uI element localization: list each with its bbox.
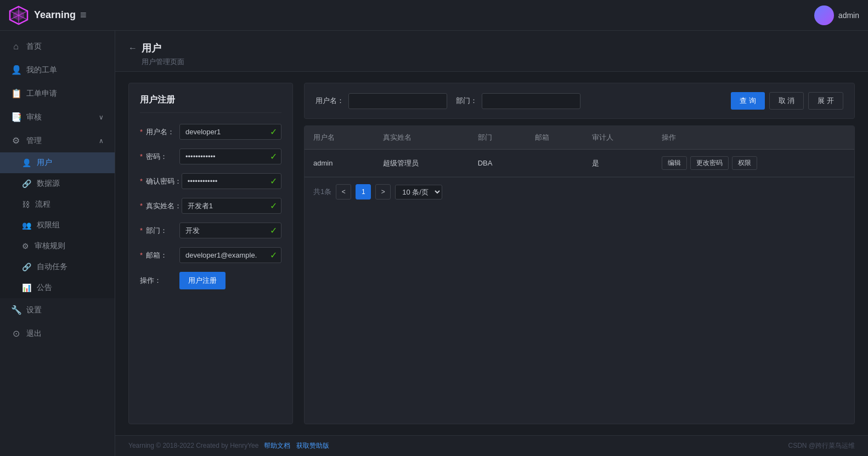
search-username-field: 用户名： [315,93,447,109]
form-input-wrap-department: ✓ [179,223,281,238]
permission-icon: 👥 [22,221,31,230]
sidebar-item-permission[interactable]: 👥 权限组 [0,215,115,236]
audit-rule-icon: ⚙ [22,242,29,250]
sidebar-item-manage[interactable]: ⚙ 管理 ∧ [0,129,115,152]
confirm-password-input[interactable] [182,173,281,189]
sidebar-label-announcement: 公告 [37,283,52,293]
department-input[interactable] [179,223,281,238]
sidebar-label-apply: 工单申请 [26,89,57,99]
home-icon: ⌂ [11,42,21,52]
edit-button[interactable]: 编辑 [662,156,687,170]
username-input[interactable] [179,124,281,140]
prev-page-button[interactable]: < [336,184,351,200]
workorder-icon: 👤 [11,65,21,75]
sidebar-item-audit-rule[interactable]: ⚙ 审核规则 [0,236,115,256]
cell-email [526,150,583,177]
page-title-row: ← 用户 [128,42,855,55]
registration-form-panel: 用户注册 * 用户名： ✓ * 密码： [128,83,293,424]
sidebar-item-audit[interactable]: 📑 审核 ∨ [0,105,115,129]
permission-button[interactable]: 权限 [732,156,757,170]
col-email: 邮箱 [526,126,583,150]
logout-icon: ⊙ [11,328,21,339]
form-label-email: * 邮箱： [140,250,179,260]
page-title: 用户 [142,42,161,55]
email-valid-icon: ✓ [270,250,277,260]
email-input[interactable] [179,247,281,263]
search-panel: 用户名： 部门： 查 询 取 消 展 开 [304,83,855,119]
sidebar-label-audit: 审核 [26,112,42,122]
search-department-field: 部门： [456,93,580,109]
form-input-wrap-email: ✓ [179,247,281,263]
sidebar-label-users: 用户 [37,158,52,168]
page-subtitle: 用户管理页面 [128,57,855,67]
cancel-button[interactable]: 取 消 [769,92,804,110]
search-username-input[interactable] [348,93,447,109]
search-buttons: 查 询 取 消 展 开 [731,92,843,110]
register-button[interactable]: 用户注册 [179,272,226,289]
cell-username: admin [305,150,374,177]
back-button[interactable]: ← [128,43,137,53]
footer-right: CSDN @跨行菜鸟运维 [788,441,855,451]
footer-help-link[interactable]: 帮助文档 [264,442,290,449]
col-realname: 真实姓名 [374,126,469,150]
sidebar-item-home[interactable]: ⌂ 首页 [0,35,115,58]
form-label-realname: * 真实姓名： [140,201,182,211]
sidebar-item-logout[interactable]: ⊙ 退出 [0,322,115,345]
cell-auditor: 是 [583,150,653,177]
page-content: 用户注册 * 用户名： ✓ * 密码： [115,72,868,435]
page-1-button[interactable]: 1 [356,184,371,200]
logo-area: Yearning [9,5,76,25]
table-panel: 用户名 真实姓名 部门 邮箱 审计人 操作 admin 超级管理 [304,126,855,424]
app-logo [9,5,29,25]
workflow-icon: ⛓ [22,200,30,209]
search-department-label: 部门： [456,96,477,106]
audit-arrow-icon: ∨ [99,113,104,121]
password-input[interactable] [179,149,281,164]
sidebar-item-auto-task[interactable]: 🔗 自动任务 [0,256,115,277]
sidebar-item-settings[interactable]: 🔧 设置 [0,298,115,322]
action-buttons: 编辑 更改密码 权限 [662,156,846,170]
form-input-wrap-confirm-password: ✓ [182,173,281,189]
form-field-department: * 部门： ✓ [140,223,281,238]
col-department: 部门 [469,126,527,150]
sidebar-label-logout: 退出 [26,329,42,339]
sidebar-item-users[interactable]: 👤 用户 [0,152,115,173]
sidebar-label-home: 首页 [26,42,42,52]
form-label-confirm-password: * 确认密码： [140,176,182,186]
footer: Yearning © 2018-2022 Created by HenryYee… [115,435,868,456]
pagination: 共1条 < 1 > 10 条/页 20 条/页 50 条/页 [305,177,854,206]
form-field-confirm-password: * 确认密码： ✓ [140,173,281,189]
sidebar-item-datasource[interactable]: 🔗 数据源 [0,173,115,194]
user-name: admin [838,11,859,20]
sidebar-label-workflow: 流程 [35,200,50,209]
settings-icon: 🔧 [11,305,21,315]
top-header: Yearning ≡ admin [0,0,868,31]
expand-button[interactable]: 展 开 [808,92,843,110]
next-page-button[interactable]: > [375,184,391,200]
content-area: ← 用户 用户管理页面 用户注册 * 用户名： ✓ [115,31,868,456]
sidebar-item-workflow[interactable]: ⛓ 流程 [0,194,115,215]
form-label-username: * 用户名： [140,127,179,137]
col-auditor: 审计人 [583,126,653,150]
realname-valid-icon: ✓ [270,201,277,211]
menu-toggle-icon[interactable]: ≡ [76,7,91,24]
form-input-wrap-realname: ✓ [182,198,281,214]
sidebar-item-workorder[interactable]: 👤 我的工单 [0,58,115,82]
sidebar-item-apply[interactable]: 📋 工单申请 [0,82,115,105]
page-size-select[interactable]: 10 条/页 20 条/页 50 条/页 [395,185,442,200]
search-department-input[interactable] [482,93,580,109]
footer-support-link[interactable]: 获取赞助版 [296,442,329,449]
col-actions: 操作 [653,126,854,150]
manage-icon: ⚙ [11,135,21,146]
password-valid-icon: ✓ [270,151,277,162]
form-field-username: * 用户名： ✓ [140,124,281,140]
query-button[interactable]: 查 询 [731,92,765,110]
app-title: Yearning [34,9,76,21]
sidebar-label-workorder: 我的工单 [26,65,57,75]
change-password-button[interactable]: 更改密码 [690,156,729,170]
form-field-password: * 密码： ✓ [140,149,281,164]
cell-actions: 编辑 更改密码 权限 [653,150,854,177]
realname-input[interactable] [182,198,281,214]
sidebar-item-announcement[interactable]: 📊 公告 [0,277,115,298]
confirm-password-valid-icon: ✓ [270,176,277,186]
